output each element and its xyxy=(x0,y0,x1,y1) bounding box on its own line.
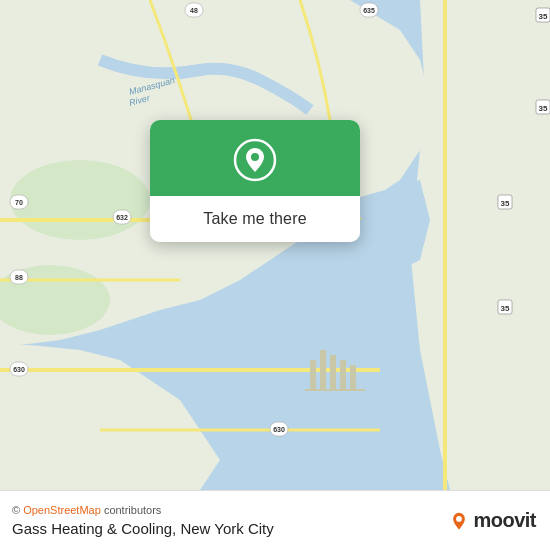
svg-rect-41 xyxy=(330,355,336,390)
svg-text:630: 630 xyxy=(273,426,285,433)
moovit-logo: moovit xyxy=(449,509,536,532)
svg-point-46 xyxy=(251,153,259,161)
svg-text:35: 35 xyxy=(539,104,548,113)
svg-text:88: 88 xyxy=(15,274,23,281)
svg-point-47 xyxy=(457,516,463,522)
popup-green-header xyxy=(150,120,360,196)
svg-rect-42 xyxy=(340,360,346,390)
moovit-brand-text: moovit xyxy=(473,509,536,532)
location-pin-icon xyxy=(233,138,277,182)
map-attribution: © OpenStreetMap contributors xyxy=(12,504,274,516)
svg-text:630: 630 xyxy=(13,366,25,373)
svg-rect-43 xyxy=(350,365,356,390)
bottom-left-info: © OpenStreetMap contributors Gass Heatin… xyxy=(12,504,274,537)
svg-text:35: 35 xyxy=(501,199,510,208)
svg-text:632: 632 xyxy=(116,214,128,221)
svg-text:35: 35 xyxy=(501,304,510,313)
svg-text:48: 48 xyxy=(190,7,198,14)
svg-text:35: 35 xyxy=(539,12,548,21)
openstreetmap-link[interactable]: OpenStreetMap xyxy=(23,504,101,516)
svg-point-6 xyxy=(10,160,150,240)
svg-rect-39 xyxy=(310,360,316,390)
popup-card: Take me there xyxy=(150,120,360,242)
moovit-logo-icon xyxy=(449,511,469,531)
map-background: 35 35 35 35 48 635 632 88 70 88 630 630 xyxy=(0,0,550,490)
bottom-bar: © OpenStreetMap contributors Gass Heatin… xyxy=(0,490,550,550)
take-me-there-button[interactable]: Take me there xyxy=(150,196,360,242)
map-container: 35 35 35 35 48 635 632 88 70 88 630 630 xyxy=(0,0,550,490)
svg-text:70: 70 xyxy=(15,199,23,206)
svg-text:635: 635 xyxy=(363,7,375,14)
location-label: Gass Heating & Cooling, New York City xyxy=(12,520,274,537)
svg-rect-40 xyxy=(320,350,326,390)
